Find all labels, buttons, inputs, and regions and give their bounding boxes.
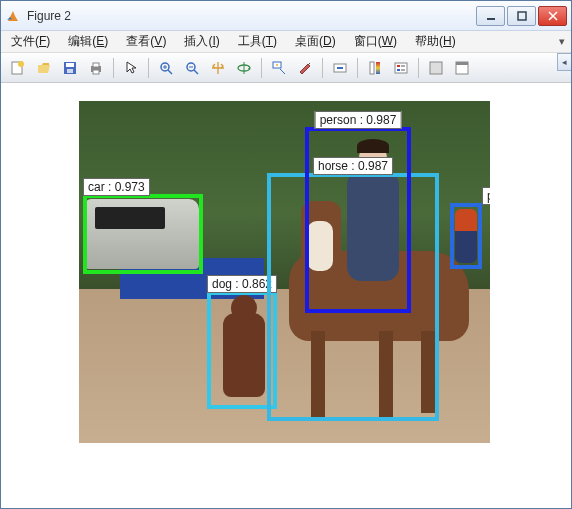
photo-content: car : 0.973dog : 0.862horse : 0.987perso… [79, 101, 490, 443]
detection-bbox-car: car : 0.973 [83, 194, 203, 274]
svg-rect-8 [93, 63, 99, 67]
svg-rect-0 [487, 18, 495, 20]
svg-rect-23 [456, 62, 468, 65]
maximize-button[interactable] [507, 6, 536, 26]
menu-tools[interactable]: 工具(T) [234, 31, 281, 52]
detection-bbox-person: person : 0.978 [450, 203, 482, 269]
menu-view[interactable]: 查看(V) [122, 31, 170, 52]
print-icon[interactable] [85, 57, 107, 79]
menu-edit[interactable]: 编辑(E) [64, 31, 112, 52]
toolbar-separator [113, 58, 114, 78]
save-icon[interactable] [59, 57, 81, 79]
svg-rect-5 [66, 63, 74, 67]
svg-point-3 [18, 61, 24, 67]
menu-desktop[interactable]: 桌面(D) [291, 31, 340, 52]
colorbar-icon[interactable] [364, 57, 386, 79]
svg-rect-18 [395, 63, 407, 73]
figure-window: Figure 2 文件(F) 编辑(E) 查看(V) 插入(I) 工具(T) 桌… [0, 0, 572, 509]
svg-rect-1 [518, 12, 526, 20]
axes-image: car : 0.973dog : 0.862horse : 0.987perso… [79, 101, 490, 443]
matlab-icon [5, 8, 21, 24]
menubar: 文件(F) 编辑(E) 查看(V) 插入(I) 工具(T) 桌面(D) 窗口(W… [1, 31, 571, 53]
zoom-in-icon[interactable] [155, 57, 177, 79]
window-controls [476, 6, 567, 26]
menu-insert[interactable]: 插入(I) [180, 31, 223, 52]
svg-rect-9 [93, 70, 99, 74]
menu-help[interactable]: 帮助(H) [411, 31, 460, 52]
svg-point-14 [276, 64, 278, 66]
svg-rect-17 [376, 62, 380, 74]
data-cursor-icon[interactable] [268, 57, 290, 79]
svg-rect-6 [67, 69, 73, 73]
dock-toggle-icon[interactable]: ◂ [557, 53, 571, 71]
toolbar-separator [418, 58, 419, 78]
detection-label: person : 0.987 [315, 111, 402, 129]
toolbar-separator [261, 58, 262, 78]
window-title: Figure 2 [27, 9, 476, 23]
toolbar-separator [322, 58, 323, 78]
menu-window[interactable]: 窗口(W) [350, 31, 401, 52]
open-icon[interactable] [33, 57, 55, 79]
legend-icon[interactable] [390, 57, 412, 79]
pointer-icon[interactable] [120, 57, 142, 79]
toolbar-separator [148, 58, 149, 78]
svg-rect-19 [397, 65, 400, 67]
rotate3d-icon[interactable] [233, 57, 255, 79]
detection-label: car : 0.973 [83, 178, 150, 196]
close-button[interactable] [538, 6, 567, 26]
svg-rect-16 [370, 62, 374, 74]
titlebar: Figure 2 [1, 1, 571, 31]
minimize-button[interactable] [476, 6, 505, 26]
brush-icon[interactable] [294, 57, 316, 79]
svg-rect-20 [397, 69, 400, 71]
menubar-overflow-icon[interactable]: ▾ [559, 35, 565, 48]
menu-file[interactable]: 文件(F) [7, 31, 54, 52]
new-figure-icon[interactable] [7, 57, 29, 79]
link-axes-icon[interactable] [329, 57, 351, 79]
detection-label: person : 0.978 [482, 187, 490, 205]
detection-bbox-person: person : 0.987 [305, 127, 411, 313]
hide-tools-icon[interactable] [425, 57, 447, 79]
show-tools-icon[interactable] [451, 57, 473, 79]
zoom-out-icon[interactable] [181, 57, 203, 79]
svg-rect-21 [430, 62, 442, 74]
toolbar-separator [357, 58, 358, 78]
figure-canvas: car : 0.973dog : 0.862horse : 0.987perso… [1, 83, 571, 508]
pan-icon[interactable] [207, 57, 229, 79]
toolbar [1, 53, 571, 83]
